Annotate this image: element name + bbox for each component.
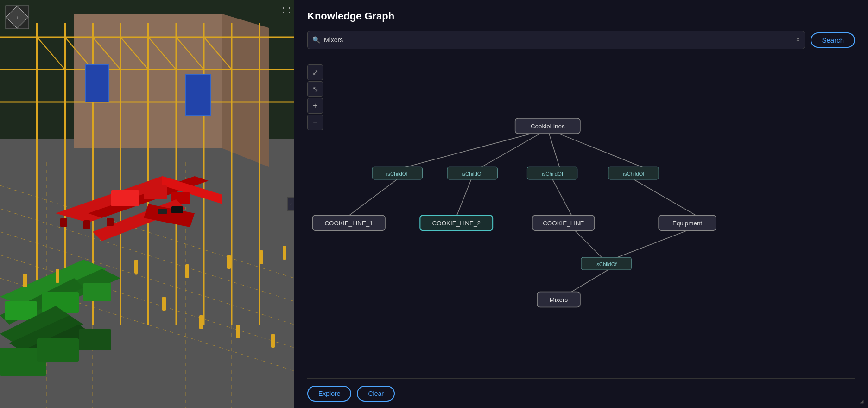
svg-line-77	[481, 129, 547, 168]
svg-rect-71	[271, 334, 275, 348]
svg-line-86	[571, 270, 607, 292]
viewport-panel: ⊹ ⛶ ‹	[0, 0, 294, 408]
svg-line-85	[615, 227, 696, 258]
svg-rect-45	[83, 220, 90, 230]
kg-title: Knowledge Graph	[307, 10, 855, 22]
zoom-controls: ⤢ ⤡ + −	[307, 64, 323, 130]
svg-rect-54	[83, 283, 111, 301]
node-cookie-line-2[interactable]: COOKIE_LINE_2	[420, 215, 493, 230]
svg-line-83	[634, 179, 696, 215]
svg-text:Mixers: Mixers	[550, 296, 568, 303]
zoom-out-button[interactable]: −	[307, 115, 323, 130]
svg-rect-70	[236, 325, 240, 338]
svg-text:CookieLines: CookieLines	[531, 123, 565, 130]
edge-label-ischildof-4: isChildOf	[608, 167, 659, 179]
svg-text:isChildOf: isChildOf	[596, 261, 617, 267]
svg-rect-24	[86, 65, 109, 102]
kg-search-clear-icon[interactable]: ×	[796, 36, 800, 44]
node-mixers[interactable]: Mixers	[537, 292, 580, 307]
knowledge-graph-panel: Knowledge Graph 🔍 × Search ⤢ ⤡ + −	[294, 0, 868, 408]
svg-rect-39	[111, 190, 139, 206]
svg-rect-62	[56, 269, 59, 283]
kg-search-input[interactable]	[324, 36, 796, 44]
kg-bottom-actions: Explore Clear	[294, 379, 868, 408]
svg-rect-69	[199, 315, 203, 329]
svg-rect-44	[60, 218, 67, 227]
edge-label-ischildof-1: isChildOf	[372, 167, 422, 179]
edge-label-ischildof-3: isChildOf	[527, 167, 577, 179]
svg-rect-67	[283, 246, 286, 260]
svg-rect-65	[227, 255, 231, 269]
clear-button[interactable]: Clear	[357, 386, 394, 402]
search-icon: 🔍	[312, 36, 320, 44]
node-cookie-line-1[interactable]: COOKIE_LINE_1	[312, 215, 385, 230]
kg-graph-area: ⤢ ⤡ + −	[294, 57, 868, 378]
zoom-reset-button[interactable]: ⤡	[307, 81, 323, 97]
kg-search-button[interactable]: Search	[811, 32, 855, 48]
svg-text:COOKIE_LINE_1: COOKIE_LINE_1	[324, 220, 373, 227]
svg-text:⊹: ⊹	[16, 16, 19, 20]
svg-line-84	[571, 227, 602, 258]
svg-line-78	[548, 129, 560, 168]
kg-header: Knowledge Graph 🔍 × Search	[294, 0, 868, 57]
svg-rect-59	[37, 338, 79, 362]
svg-rect-60	[79, 329, 111, 350]
svg-rect-68	[162, 297, 166, 311]
kg-search-row: 🔍 × Search	[307, 31, 855, 49]
svg-text:COOKIE_LINE: COOKIE_LINE	[543, 220, 584, 227]
kg-search-input-wrap: 🔍 ×	[307, 31, 805, 49]
svg-line-81	[457, 179, 471, 215]
svg-text:isChildOf: isChildOf	[386, 171, 408, 177]
svg-rect-63	[134, 260, 138, 274]
svg-line-82	[552, 179, 571, 215]
svg-line-76	[404, 129, 548, 168]
svg-text:isChildOf: isChildOf	[542, 171, 564, 177]
svg-text:Equipment: Equipment	[672, 220, 702, 227]
svg-text:isChildOf: isChildOf	[462, 171, 483, 177]
zoom-in-button[interactable]: +	[307, 98, 323, 114]
svg-line-80	[349, 179, 397, 215]
svg-rect-47	[171, 206, 183, 213]
svg-rect-66	[260, 250, 263, 264]
svg-rect-40	[144, 185, 167, 199]
svg-text:⛶: ⛶	[283, 6, 290, 14]
node-equipment[interactable]: Equipment	[659, 215, 716, 230]
explore-button[interactable]: Explore	[307, 386, 351, 402]
edge-label-ischildof-2: isChildOf	[447, 167, 497, 179]
corner-indicator: ◢	[860, 398, 863, 404]
viewport-collapse-arrow[interactable]: ‹	[287, 197, 294, 211]
zoom-fit-button[interactable]: ⤢	[307, 64, 323, 80]
svg-rect-25	[185, 74, 211, 116]
svg-rect-46	[107, 218, 114, 226]
svg-rect-64	[185, 264, 189, 278]
node-cookie-line[interactable]: COOKIE_LINE	[532, 215, 595, 230]
svg-text:isChildOf: isChildOf	[623, 171, 645, 177]
node-cookielines[interactable]: CookieLines	[515, 118, 580, 134]
svg-text:COOKIE_LINE_2: COOKIE_LINE_2	[432, 220, 481, 227]
svg-rect-52	[5, 301, 37, 320]
edge-label-ischildof-5: isChildOf	[581, 257, 631, 270]
svg-line-79	[548, 129, 643, 168]
svg-rect-61	[23, 274, 27, 287]
svg-rect-48	[158, 209, 167, 214]
